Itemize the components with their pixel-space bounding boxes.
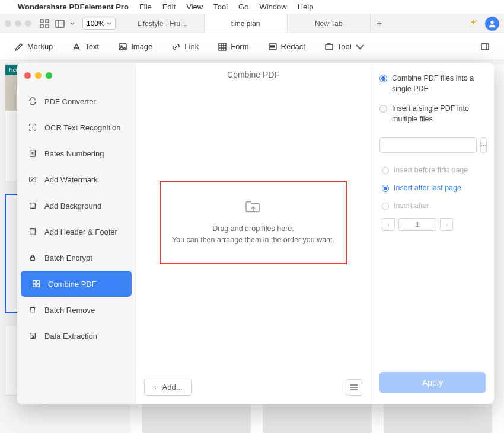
minimize-icon[interactable] [35,72,42,79]
dialog-center-footer: + Add... [144,379,362,396]
zoom-value: 100% [87,20,105,28]
background-icon [28,201,37,210]
nav-data-extraction[interactable]: Data Extraction [17,323,135,349]
extract-icon [28,331,37,341]
svg-rect-34 [37,281,39,283]
sidebar-toggle-icon[interactable] [54,18,66,30]
option-insert[interactable]: Insert a single PDF into multiple files [379,104,486,124]
chevron-down-icon[interactable] [69,18,75,30]
menu-view[interactable]: View [186,2,203,11]
tab-new[interactable]: New Tab [288,14,371,33]
svg-rect-35 [33,284,36,287]
radio-icon [382,167,389,174]
maximize-icon[interactable] [46,72,52,79]
ribbon-link[interactable]: Link [171,42,199,52]
menu-edit[interactable]: Edit [162,2,176,11]
insert-file-input[interactable] [379,137,477,153]
page-stepper: ‹ › [382,218,486,231]
ribbon-image[interactable]: Image [118,42,152,52]
ribbon-tool[interactable]: Tool [324,42,365,52]
svg-rect-0 [40,20,43,23]
svg-rect-33 [33,281,36,283]
sub-option-before-first[interactable]: Insert before first page [382,166,486,174]
tab-time-plan[interactable]: time plan [205,14,288,33]
list-options-button[interactable] [346,379,362,396]
nav-watermark[interactable]: Add Watermark [17,166,135,193]
ribbon-form[interactable]: Form [218,42,248,52]
radio-checked-icon [379,75,387,82]
svg-rect-29 [30,229,36,235]
close-icon[interactable] [24,72,31,79]
nav-batch-remove[interactable]: Batch Remove [17,297,135,323]
insert-file-field: ··· [379,137,486,153]
nav-batch-encrypt[interactable]: Batch Encrypt [17,245,135,271]
dialog-traffic-lights [17,68,135,88]
sub-option-after-last[interactable]: Insert after last page [382,184,486,192]
dialog-sidebar: PDF Converter T OCR Text Recognition Bat… [17,63,136,404]
window-topbar: 100% Lifestyle - Frui... time plan New T… [0,14,504,33]
svg-text:T: T [31,126,34,130]
svg-rect-1 [46,20,49,23]
remove-icon [28,305,37,315]
svg-rect-3 [46,25,49,28]
page-number-input[interactable] [398,218,436,231]
radio-unchecked-icon [379,105,387,113]
encrypt-icon [28,253,37,262]
dialog-center: Combine PDF Drag and drop files here. Yo… [136,63,371,404]
svg-rect-32 [31,257,35,260]
nav-combine-pdf[interactable]: Combine PDF [21,271,132,297]
headerfooter-icon [28,227,37,236]
nav-ocr[interactable]: T OCR Text Recognition [17,114,135,140]
add-tab-button[interactable]: + [371,14,388,33]
tool-ribbon: Markup Text Image Link Form Redact Tool [0,33,504,60]
bates-icon [28,149,37,158]
svg-rect-20 [481,44,489,50]
option-combine[interactable]: Combine PDF files into a single PDF [379,73,486,94]
page-prev-button[interactable]: ‹ [382,218,395,231]
dialog-options-panel: Combine PDF files into a single PDF Inse… [371,63,494,404]
browse-button[interactable]: ··· [480,137,487,153]
view-controls [39,18,75,30]
ribbon-panel-icon[interactable] [480,42,490,52]
sparkle-icon[interactable] [466,17,480,31]
watermark-icon [28,175,37,184]
ribbon-text[interactable]: Text [72,42,99,52]
menu-go[interactable]: Go [238,2,248,11]
add-files-button[interactable]: + Add... [144,379,192,396]
combine-pdf-dialog: PDF Converter T OCR Text Recognition Bat… [17,63,494,404]
svg-rect-4 [56,20,64,27]
user-avatar[interactable] [485,17,499,31]
menu-tool[interactable]: Tool [213,2,228,11]
menu-window[interactable]: Window [259,2,286,11]
grid-view-icon[interactable] [39,18,50,30]
zoom-selector[interactable]: 100% [82,18,116,30]
nav-header-footer[interactable]: Add Header & Footer [17,219,135,245]
svg-rect-23 [30,150,36,157]
window-traffic-lights[interactable] [5,20,31,27]
file-dropzone[interactable]: Drag and drop files here. You can then a… [160,181,347,264]
combine-icon [31,279,41,288]
menu-file[interactable]: File [139,2,152,11]
nav-background[interactable]: Add Background [17,193,135,219]
page-next-button[interactable]: › [440,218,453,231]
mac-menubar: Wondershare PDFelement Pro File Edit Vie… [0,0,504,14]
app-name[interactable]: Wondershare PDFelement Pro [18,2,129,11]
ribbon-markup[interactable]: Markup [14,42,53,52]
dropzone-text: Drag and drop files here. You can then a… [172,223,334,246]
folder-upload-icon [244,200,262,215]
ribbon-redact[interactable]: Redact [268,42,305,52]
svg-rect-9 [119,44,126,50]
nav-pdf-converter[interactable]: PDF Converter [17,88,135,114]
svg-point-6 [476,20,477,21]
tab-lifestyle[interactable]: Lifestyle - Frui... [122,14,205,33]
sub-option-after-page[interactable]: Insert after [382,201,486,210]
svg-rect-2 [40,25,43,28]
svg-rect-36 [37,284,39,287]
apply-button[interactable]: Apply [379,372,486,393]
menu-help[interactable]: Help [298,2,314,11]
svg-rect-28 [30,203,36,209]
document-tabs: Lifestyle - Frui... time plan New Tab + [122,14,461,33]
nav-bates[interactable]: Bates Numbering [17,140,135,166]
radio-icon [382,203,389,210]
ocr-icon: T [28,123,37,132]
